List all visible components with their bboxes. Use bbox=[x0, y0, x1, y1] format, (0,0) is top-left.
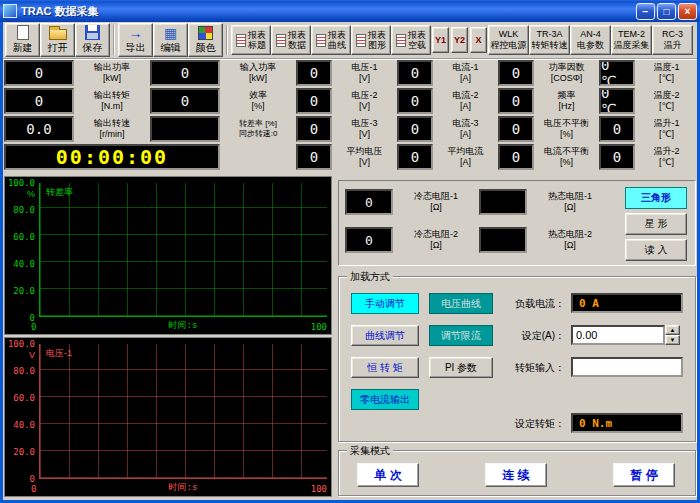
window-controls: − □ × bbox=[636, 3, 697, 20]
display-temperature-1: 0 ℃ bbox=[599, 60, 635, 86]
close-button[interactable]: × bbox=[678, 3, 697, 20]
display-avg-voltage: 0 bbox=[296, 144, 332, 170]
report-curve-button[interactable]: 报表 曲线 bbox=[311, 25, 351, 55]
pause-acquisition-button[interactable]: 暂 停 bbox=[613, 463, 675, 487]
button-label: 报表 曲线 bbox=[328, 30, 346, 51]
report-data-button[interactable]: 报表 数据 bbox=[271, 25, 311, 55]
unit-line: [%] bbox=[251, 101, 264, 112]
minimize-button[interactable]: − bbox=[636, 3, 655, 20]
button-label: 报表 空载 bbox=[408, 30, 426, 51]
save-button[interactable]: 保存 bbox=[75, 23, 110, 57]
zero-current-output-button[interactable]: 零电流输出 bbox=[351, 389, 419, 410]
unit-line: [℃] bbox=[659, 101, 674, 112]
series-label: 电压-1 bbox=[46, 347, 72, 360]
unit-line: [V] bbox=[359, 129, 370, 140]
pi-parameters-button[interactable]: PI 参数 bbox=[429, 357, 493, 378]
set-current-label: 设定(A)： bbox=[497, 329, 565, 343]
axis-x-button[interactable]: X bbox=[470, 27, 487, 53]
unit-line: [A] bbox=[460, 101, 471, 112]
name-line: 同步转速:0 bbox=[239, 129, 278, 139]
unit-line: [℃] bbox=[659, 157, 674, 168]
name-line: 平均电压 bbox=[347, 146, 383, 157]
name-line: 电流-1 bbox=[452, 62, 478, 73]
label-line: 转矩转速 bbox=[532, 40, 568, 51]
display-slip bbox=[150, 116, 220, 142]
y-axis-tick: 0 bbox=[5, 474, 35, 484]
unit-line: [Ω] bbox=[564, 240, 576, 251]
name-line: 电流-3 bbox=[452, 118, 478, 129]
color-button[interactable]: 颜色 bbox=[188, 23, 223, 57]
device-torque-speed-button[interactable]: TR-3A 转矩转速 bbox=[529, 25, 570, 55]
label-temp-rise-1: 温升-1 [℃] bbox=[637, 116, 696, 142]
loading-mode-group: 加载方式 手动调节 曲线调节 恒 转 矩 零电流输出 电压曲线 调节限流 PI … bbox=[338, 276, 696, 442]
name-line: 输出转速 bbox=[94, 118, 130, 129]
torque-input[interactable] bbox=[571, 357, 683, 377]
open-folder-icon bbox=[49, 29, 67, 40]
spin-down-icon[interactable]: ▼ bbox=[665, 335, 680, 345]
display-voltage-3: 0 bbox=[296, 116, 332, 142]
spin-up-icon[interactable]: ▲ bbox=[665, 325, 680, 335]
delta-connection-button[interactable]: 三角形 bbox=[625, 187, 687, 209]
y-axis-unit: V bbox=[5, 350, 35, 360]
x-axis-label: 时间:s bbox=[39, 319, 327, 332]
display-cold-resistance-1: 0 bbox=[345, 189, 393, 215]
export-button[interactable]: → 导出 bbox=[118, 23, 153, 57]
set-current-input[interactable] bbox=[571, 325, 665, 345]
name-line: 冷态电阻-2 bbox=[414, 229, 458, 240]
open-button[interactable]: 打开 bbox=[40, 23, 75, 57]
report-graph-button[interactable]: 报表 图形 bbox=[351, 25, 391, 55]
device-wlk-power-button[interactable]: WLK 程控电源 bbox=[488, 25, 529, 55]
unit-line: [kW] bbox=[103, 73, 121, 84]
x-axis-tick: 0 bbox=[31, 322, 36, 332]
label-avg-voltage: 平均电压 [V] bbox=[334, 144, 395, 170]
constant-torque-button[interactable]: 恒 转 矩 bbox=[351, 357, 419, 378]
device-temp-rise-button[interactable]: RC-3 温升 bbox=[652, 25, 693, 55]
read-in-button[interactable]: 读 入 bbox=[625, 239, 687, 261]
report-noload-button[interactable]: 报表 空载 bbox=[391, 25, 431, 55]
report-icon bbox=[316, 34, 326, 47]
load-current-label: 负载电流： bbox=[497, 297, 565, 311]
label-line: 报表 bbox=[248, 30, 266, 40]
edit-button[interactable]: ▦ 编辑 bbox=[153, 23, 188, 57]
curve-adjust-button[interactable]: 曲线调节 bbox=[351, 325, 419, 346]
continuous-acquisition-button[interactable]: 连 续 bbox=[485, 463, 547, 487]
label-cold-resistance-2: 冷态电阻-2 [Ω] bbox=[395, 227, 477, 253]
label-input-power: 输入功率 [kW] bbox=[222, 60, 294, 86]
resistance-panel: 0 冷态电阻-1 [Ω] 热态电阻-1 [Ω] 0 冷态电阻-2 [Ω] 热态电… bbox=[338, 180, 696, 266]
unit-line: [N.m] bbox=[101, 101, 123, 112]
name-line: 温升-2 bbox=[653, 146, 679, 157]
name-line: 频率 bbox=[558, 90, 576, 101]
manual-adjust-button[interactable]: 手动调节 bbox=[351, 293, 419, 314]
name-line: 输出转矩 bbox=[94, 90, 130, 101]
button-label: 导出 bbox=[126, 41, 146, 55]
set-current-spinner[interactable]: ▲ ▼ bbox=[665, 325, 680, 345]
torque-input-label: 转矩输入： bbox=[497, 361, 565, 375]
name-line: 电压-3 bbox=[351, 118, 377, 129]
y-axis-unit: % bbox=[5, 189, 35, 199]
name-line: 温度-1 bbox=[653, 62, 679, 73]
report-icon bbox=[236, 34, 246, 47]
button-label: 打开 bbox=[48, 41, 68, 55]
button-label: 报表 标题 bbox=[248, 30, 266, 51]
adjust-current-limit-button[interactable]: 调节限流 bbox=[429, 325, 493, 346]
device-temperature-button[interactable]: TEM-2 温度采集 bbox=[611, 25, 652, 55]
axis-y2-button[interactable]: Y2 bbox=[451, 27, 468, 53]
maximize-button[interactable]: □ bbox=[657, 3, 676, 20]
window-title: TRAC 数据采集 bbox=[21, 4, 636, 19]
display-voltage-2: 0 bbox=[296, 88, 332, 114]
button-label: 报表 图形 bbox=[368, 30, 386, 51]
report-title-button[interactable]: 报表 标题 bbox=[231, 25, 271, 55]
display-temp-rise-1: 0 bbox=[599, 116, 635, 142]
label-line: 图形 bbox=[368, 40, 386, 50]
device-electric-params-button[interactable]: AN-4 电参数 bbox=[570, 25, 611, 55]
data-grid: 0 输出功率 [kW] 0 输入功率 [kW] 0 电压-1 [V] 0 电流-… bbox=[4, 60, 696, 170]
display-voltage-unbalance: 0 bbox=[498, 116, 534, 142]
unit-line: [Hz] bbox=[558, 101, 574, 112]
star-connection-button[interactable]: 星 形 bbox=[625, 213, 687, 235]
new-button[interactable]: 新建 bbox=[5, 23, 40, 57]
name-line: 电压不平衡 bbox=[544, 118, 589, 129]
axis-y1-button[interactable]: Y1 bbox=[432, 27, 449, 53]
voltage-curve-button[interactable]: 电压曲线 bbox=[429, 293, 493, 314]
plot-area: 电压-1 bbox=[39, 344, 327, 479]
single-acquisition-button[interactable]: 单 次 bbox=[357, 463, 419, 487]
